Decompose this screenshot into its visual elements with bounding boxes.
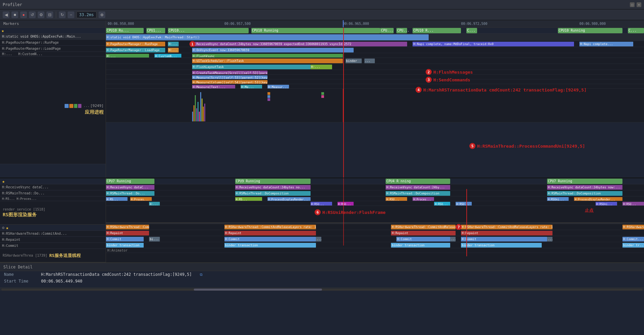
h-animator-label: H:Animator <box>106 249 128 252</box>
hw-repaint-row: H:Repaint H:Repaint H:Repaint H:Repaint <box>106 230 644 236</box>
hw-cpu-row: H:RSHardwareThread::CommitAnd... H:RSHar… <box>106 224 644 230</box>
start-label: Start Time <box>4 279 34 284</box>
r-cpu-1: CPU9 Running <box>235 179 311 184</box>
flush-layout-slice: H:FlushLayoutTask <box>192 65 311 69</box>
callout-6-text: H:RSUniRender:FlushFrame <box>322 210 386 215</box>
rs-sub2-6: H:RSU... <box>622 202 644 206</box>
sq-1 <box>267 92 270 95</box>
rsmain-0: H:RSMainThread::Do... <box>106 191 154 196</box>
render-process-id-row: render_service [1518] <box>3 208 103 211</box>
mini-v-1 <box>192 112 193 121</box>
hw-repaint-1: H:Repaint <box>224 231 316 235</box>
mini-box-4 <box>78 104 81 108</box>
h-dot-slice: H:... <box>168 42 179 46</box>
link-icon[interactable]: ⧉ <box>200 272 203 277</box>
upper-right[interactable]: 00:06.950,000 00:06.957,500 00:06.965,00… <box>106 20 644 178</box>
mini-box-2 <box>69 104 73 108</box>
maximize-button[interactable]: □ <box>630 2 635 7</box>
horizontal-scrollbar[interactable] <box>0 288 644 291</box>
filter-button[interactable]: ⊟ <box>46 11 53 18</box>
flush-vsync-slice: H:... <box>106 54 149 58</box>
hw-commit-3: H:Commit <box>461 237 547 241</box>
measure-column-row: H:Measure[Column][self:54][parent:53][ke… <box>106 79 644 84</box>
hw-settings-icon[interactable]: ⚙ <box>2 225 4 230</box>
main-thread-slice: H:static void OHOS::AppExecFwk::MainThre… <box>106 34 429 40</box>
app-title: Profiler <box>3 2 22 7</box>
cpu-bar-9: C... <box>628 28 644 33</box>
uitask-slice: H:UITaskScheduler::FlushTask <box>192 59 343 63</box>
hw-commit-4: H:Commit... <box>622 237 644 241</box>
hw-repaint-3: H:Repaint <box>461 231 552 235</box>
settings2-button[interactable]: ⚙ <box>38 11 44 18</box>
binder-tx-row: binder transaction binder transaction bi… <box>106 242 644 248</box>
callout-5-text: H:RSMainThread::ProcessCommandUni[9249,5… <box>477 144 585 149</box>
time-4: 00:06.980,000 <box>579 22 606 26</box>
time-3: 00:06.972,500 <box>461 22 487 26</box>
mini-v-8 <box>202 99 203 121</box>
r-cpu-0: CPU7 Running <box>106 179 154 184</box>
binder-tx-2: binder transaction <box>391 243 450 248</box>
rs-sub-0: H:RS... <box>106 197 128 201</box>
start-time-row: Start Time 00:06.965.449.940 <box>0 278 644 285</box>
binder-tx-0: binder transaction <box>106 243 144 248</box>
receive-vsync-slice: H:ReceiveVsync dataCount:24bytes now:336… <box>192 42 407 46</box>
name-label: Name <box>4 272 34 277</box>
lower-trace: ★ H:ReceiveVsync dataC... H:RSMainThread… <box>0 178 644 262</box>
mini-v-2 <box>193 105 194 122</box>
stop-button[interactable]: ■ <box>11 11 18 18</box>
cpu-label-2: CPU10... <box>168 29 185 32</box>
callout-6-num: 6 <box>315 209 321 215</box>
record-button[interactable]: ● <box>20 11 27 18</box>
render-star-icon[interactable]: ★ <box>2 179 5 184</box>
back-button[interactable]: ◀ <box>3 11 9 18</box>
star-icon[interactable]: ★ <box>1 28 4 33</box>
binder-hw-3: ... <box>547 237 552 241</box>
rs-sub2-3: H:RSU... <box>434 202 450 206</box>
napi-complete-slice2: H:Napi complete... <box>579 42 633 46</box>
rs-sub2-2: H:RSU... <box>337 202 354 206</box>
hw-cpu-0: H:RSHardwareThread::CommitAnd... <box>106 225 149 229</box>
binder-tx-4: binder tr... <box>622 243 644 248</box>
scroll-thumb[interactable] <box>194 289 322 291</box>
plus-button[interactable]: ⊕ <box>99 11 105 18</box>
mini-v-4 <box>196 108 197 121</box>
hw-thread-id: RSHardwareThrea [1739] <box>3 254 47 257</box>
main-thread-row: H:static void OHOS::AppExecFwk::MainThre… <box>106 34 644 41</box>
flush-vsync-main: H:FlushVsync <box>192 54 343 58</box>
render-cn-label: RS图形渲染服务 <box>3 212 103 218</box>
window-controls: □ ✕ <box>630 2 641 7</box>
sidebar-static-thread: H:static void OHOS::AppExecFwk::Main... <box>0 34 106 40</box>
mini-v-5 <box>198 102 199 121</box>
rs-sub-7: H:ProcessDisplayRender... <box>574 197 622 201</box>
rs-sub-row2: H:... H:RSU... H:RSU... H:RSU... H:RSU..… <box>106 201 644 206</box>
close-button[interactable]: ✕ <box>637 2 641 7</box>
upper-trace: Markers ★ H:static void OHOS::AppExecFwk… <box>0 20 644 178</box>
cpu-label-6: CPU10 R... <box>413 29 434 32</box>
page-router-load-slice: H:PageRouterManager::LoadPage <box>106 48 165 52</box>
toolbar-separator <box>56 11 56 18</box>
refresh-button[interactable]: ↺ <box>29 11 36 18</box>
hw-star-icon[interactable]: ★ <box>6 225 8 230</box>
rs-sub-3: H:ProcessDisplayRender... <box>267 197 311 201</box>
cpu-label-9: C... <box>628 29 637 32</box>
hw-thread-label-area: RSHardwareThrea [1739] RS服务送显线程 <box>0 249 106 262</box>
slice-detail-panel: Slice Detail Name H:MarshRSTransactionDa… <box>0 262 644 288</box>
rs-sub-1: H:Proces... <box>130 197 152 201</box>
measure-text-row: H:Measure[Text:... H:Me... H:Measur... <box>106 84 644 89</box>
mini-box-1 <box>65 104 69 108</box>
sidebar-rs-procs: H:RS... H:Proces... <box>0 196 106 201</box>
sidebar-page-router-run: H:PageRouterManager::RunPage <box>0 40 106 46</box>
create-task-row: H:CreateTaskMeasure[Scroll][self:53][par… <box>106 70 644 75</box>
page-router-load-row: H:PageRouterManager::LoadPage H:... H:On… <box>106 47 644 53</box>
sidebar-app-process: ... [9249] 应用进程 <box>0 57 106 164</box>
sq-3 <box>267 98 270 101</box>
small-squares-2 <box>321 92 332 98</box>
measure-scroll-row: H:Measure[Scroll][self:53][parent:52][ke… <box>106 75 644 79</box>
mini-bars-row <box>106 89 644 122</box>
minus-button[interactable]: − <box>68 11 74 18</box>
reload-button[interactable]: ↻ <box>59 11 66 18</box>
cpu-bar-2: CPU10... <box>168 28 249 33</box>
hw-cn-label: RS服务送显线程 <box>49 253 81 259</box>
r-cpu-label-1: CPU9 Running <box>235 179 261 183</box>
binder-tx-3: binder transaction <box>461 243 542 248</box>
